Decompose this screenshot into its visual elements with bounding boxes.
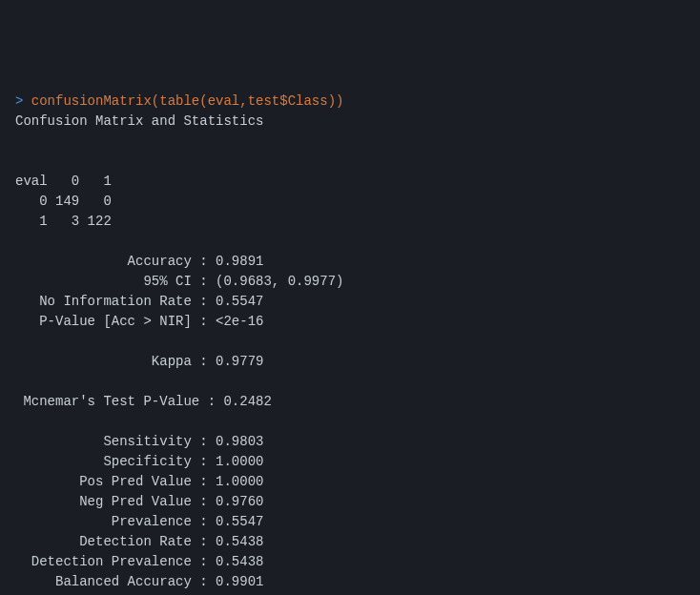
stat-kappa-value: 0.9779 [216, 354, 263, 369]
matrix-row-1: 1 3 122 [15, 214, 112, 229]
output-title: Confusion Matrix and Statistics [15, 113, 263, 129]
stat-nir-value: 0.5547 [216, 294, 263, 309]
stat-sensitivity-value: 0.9803 [216, 434, 263, 449]
stat-accuracy-label: Accuracy : [15, 254, 216, 269]
stat-specificity-label: Specificity : [15, 454, 216, 469]
stat-accuracy-value: 0.9891 [216, 254, 263, 269]
stat-detection-rate-value: 0.5438 [216, 534, 263, 549]
stat-pvalue-label: P-Value [Acc > NIR] : [15, 314, 216, 329]
stat-ci-label: 95% CI : [15, 274, 216, 289]
stat-detection-prev-value: 0.5438 [216, 554, 263, 569]
stat-prevalence-value: 0.5547 [216, 514, 263, 529]
stat-ci-value: (0.9683, 0.9977) [216, 274, 343, 289]
stat-ppv-value: 1.0000 [216, 474, 263, 489]
stat-mcnemar-value: 0.2482 [223, 394, 271, 409]
console-output: > confusionMatrix(table(eval,test$Class)… [15, 92, 685, 595]
stat-detection-rate-label: Detection Rate : [15, 534, 216, 549]
stat-sensitivity-label: Sensitivity : [15, 434, 216, 449]
stat-balanced-acc-value: 0.9901 [216, 574, 263, 589]
stat-balanced-acc-label: Balanced Accuracy : [15, 574, 216, 589]
stat-nir-label: No Information Rate : [15, 294, 216, 309]
command-input: confusionMatrix(table(eval,test$Class)) [31, 93, 344, 109]
stat-pvalue-value: <2e-16 [216, 314, 263, 329]
prompt-symbol: > [15, 93, 31, 109]
stat-specificity-value: 1.0000 [216, 454, 263, 469]
stat-npv-value: 0.9760 [216, 494, 263, 509]
matrix-row-0: 0 149 0 [15, 194, 112, 209]
stat-npv-label: Neg Pred Value : [15, 494, 216, 509]
stat-mcnemar-label: Mcnemar's Test P-Value : [15, 394, 223, 409]
stat-prevalence-label: Prevalence : [15, 514, 216, 529]
stat-kappa-label: Kappa : [15, 354, 216, 369]
stat-ppv-label: Pos Pred Value : [15, 474, 216, 489]
stat-detection-prev-label: Detection Prevalence : [15, 554, 216, 569]
matrix-header: eval 0 1 [15, 174, 112, 189]
